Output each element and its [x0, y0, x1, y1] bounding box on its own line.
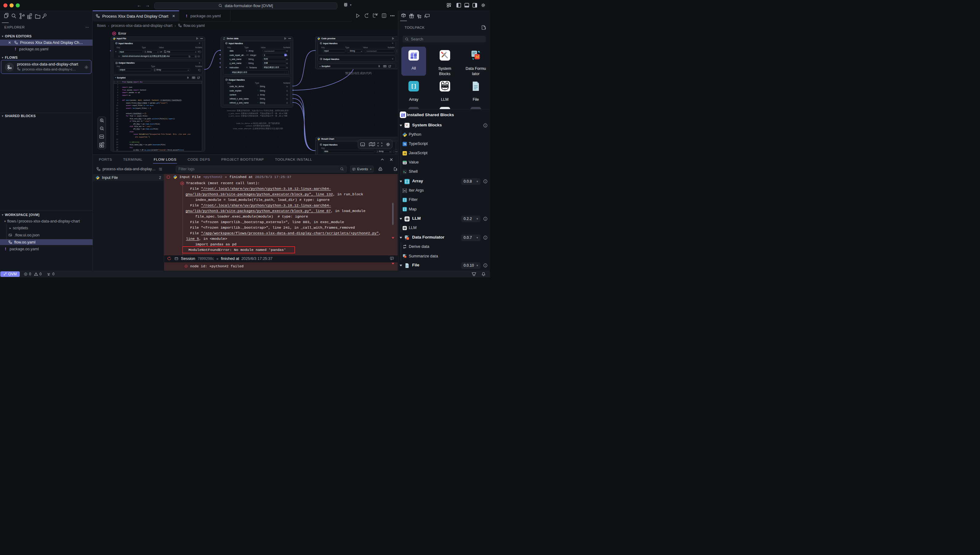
svg-text:JS: JS	[404, 152, 406, 154]
svg-text:TS: TS	[403, 143, 406, 145]
